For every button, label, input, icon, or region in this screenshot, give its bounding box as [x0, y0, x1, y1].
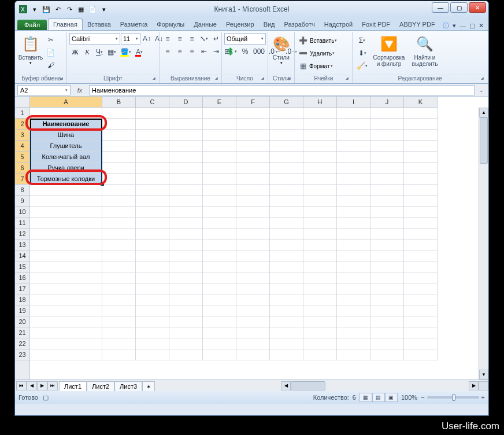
cell[interactable] — [136, 218, 169, 228]
cell[interactable] — [169, 130, 203, 141]
cell[interactable] — [203, 174, 236, 185]
cell[interactable] — [236, 349, 270, 360]
cell[interactable] — [404, 283, 438, 294]
qat-extra-icon[interactable]: ▦ — [76, 5, 86, 14]
cell[interactable]: Глушитель — [30, 141, 102, 152]
row-header[interactable]: 17 — [15, 283, 29, 294]
cell[interactable] — [337, 239, 370, 250]
cell[interactable] — [136, 349, 169, 360]
cell[interactable] — [169, 250, 203, 261]
vscroll-thumb[interactable] — [480, 117, 488, 164]
tab-layout[interactable]: Разметка — [116, 19, 153, 30]
cell[interactable] — [370, 108, 404, 119]
row-header[interactable]: 21 — [15, 327, 29, 338]
cell[interactable] — [136, 316, 169, 327]
cell[interactable] — [337, 119, 370, 130]
cell[interactable]: Коленчатый вал — [30, 152, 102, 163]
cell[interactable] — [30, 272, 102, 283]
cell[interactable] — [30, 283, 102, 294]
cell[interactable] — [270, 283, 303, 294]
cell[interactable] — [303, 119, 337, 130]
cell[interactable] — [102, 196, 136, 207]
row-header[interactable]: 15 — [15, 261, 29, 272]
cell[interactable] — [236, 338, 270, 349]
zoom-in-icon[interactable]: + — [481, 394, 485, 401]
tab-foxit[interactable]: Foxit PDF — [357, 19, 395, 30]
cell[interactable] — [169, 174, 203, 185]
cell[interactable] — [236, 196, 270, 207]
sheet-nav-first-icon[interactable]: ⏮ — [16, 381, 27, 390]
italic-button[interactable]: К — [81, 46, 93, 58]
cell[interactable] — [136, 228, 169, 239]
doc-minimize-icon[interactable]: — — [459, 23, 466, 30]
row-header[interactable]: 4 — [15, 141, 29, 152]
cell[interactable] — [136, 163, 169, 174]
cell[interactable] — [337, 207, 370, 218]
cell[interactable] — [136, 141, 169, 152]
cell[interactable] — [236, 305, 270, 316]
cell[interactable] — [236, 283, 270, 294]
cell[interactable] — [30, 207, 102, 218]
cell[interactable] — [270, 207, 303, 218]
cell[interactable] — [203, 261, 236, 272]
row-header[interactable]: 6 — [15, 163, 29, 174]
cell[interactable] — [370, 261, 404, 272]
cell[interactable] — [303, 152, 337, 163]
cell[interactable] — [370, 239, 404, 250]
cell[interactable] — [236, 207, 270, 218]
cell[interactable] — [136, 294, 169, 305]
zoom-slider[interactable] — [427, 396, 479, 399]
delete-cells-icon[interactable]: ➖ — [297, 47, 309, 59]
cell[interactable] — [102, 174, 136, 185]
cell[interactable] — [404, 196, 438, 207]
row-header[interactable]: 9 — [15, 196, 29, 207]
cell[interactable] — [236, 174, 270, 185]
col-header-C[interactable]: C — [136, 97, 169, 107]
find-select-button[interactable]: 🔍 Найти и выделить — [409, 33, 441, 72]
tab-developer[interactable]: Разработч — [280, 19, 320, 30]
cell[interactable] — [30, 349, 102, 360]
cell[interactable] — [102, 108, 136, 119]
decrease-indent-icon[interactable]: ⇤ — [198, 46, 210, 57]
cell[interactable] — [270, 327, 303, 338]
zoom-out-icon[interactable]: − — [421, 394, 424, 401]
cell[interactable] — [102, 228, 136, 239]
cell[interactable] — [236, 316, 270, 327]
file-tab[interactable]: Файл — [17, 20, 47, 30]
cell[interactable] — [136, 207, 169, 218]
cell[interactable] — [136, 261, 169, 272]
cell[interactable] — [102, 152, 136, 163]
cell[interactable] — [136, 185, 169, 196]
cell[interactable] — [102, 327, 136, 338]
tab-insert[interactable]: Вставка — [83, 19, 116, 30]
cell[interactable] — [169, 338, 203, 349]
cell[interactable] — [203, 185, 236, 196]
cell[interactable] — [270, 272, 303, 283]
col-header-D[interactable]: D — [169, 97, 203, 107]
cell[interactable] — [404, 218, 438, 228]
cell[interactable] — [303, 141, 337, 152]
sheet-tab-3[interactable]: Лист3 — [114, 381, 142, 392]
cell[interactable] — [236, 327, 270, 338]
cell[interactable] — [169, 185, 203, 196]
cell[interactable] — [203, 141, 236, 152]
cell[interactable] — [303, 130, 337, 141]
cell[interactable] — [203, 338, 236, 349]
cell[interactable] — [370, 196, 404, 207]
clear-icon[interactable]: 🧹▾ — [355, 60, 369, 72]
row-header[interactable]: 12 — [15, 228, 29, 239]
cell[interactable] — [203, 108, 236, 119]
cell[interactable] — [270, 108, 303, 119]
sheet-nav-next-icon[interactable]: ▶ — [37, 381, 47, 390]
cell[interactable]: Тормозные колодки — [30, 174, 102, 185]
cell[interactable] — [303, 283, 337, 294]
cell[interactable] — [169, 327, 203, 338]
cell[interactable] — [303, 250, 337, 261]
cell[interactable] — [270, 174, 303, 185]
cell[interactable] — [270, 228, 303, 239]
cell[interactable] — [303, 174, 337, 185]
cell[interactable] — [270, 250, 303, 261]
cell[interactable] — [337, 130, 370, 141]
doc-close-icon[interactable]: ✕ — [479, 22, 484, 30]
qat-dropdown-icon[interactable]: ▾ — [30, 5, 39, 14]
